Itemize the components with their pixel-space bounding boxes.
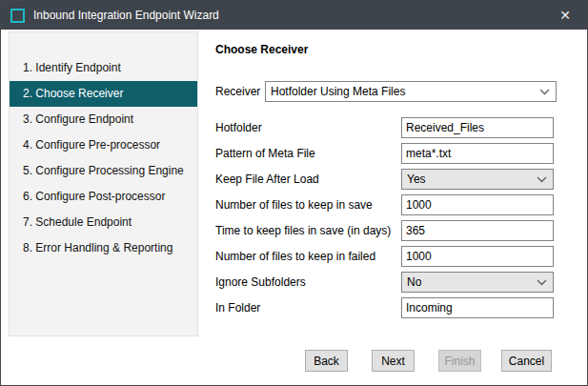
sidebar-item-configure-processing-engine[interactable]: 5. Configure Processing Engine [10,158,197,184]
window-title: Inbound Integration Endpoint Wizard [33,9,219,22]
receiver-select-value: Hotfolder Using Meta Files [271,85,405,98]
time-keep-save-input[interactable] [401,220,554,241]
next-button[interactable]: Next [372,350,415,372]
files-keep-save-input[interactable] [401,194,554,215]
in-folder-input[interactable] [401,297,554,318]
back-button[interactable]: Back [305,350,348,372]
hotfolder-label: Hotfolder [215,117,262,138]
close-icon[interactable]: ✕ [553,1,578,30]
chevron-down-icon [539,89,550,95]
files-keep-save-label: Number of files to keep in save [215,194,373,215]
chevron-down-icon [537,279,547,286]
receiver-select[interactable]: Hotfolder Using Meta Files [265,81,557,102]
receiver-label: Receiver [215,81,260,102]
sidebar-item-choose-receiver[interactable]: 2. Choose Receiver [10,81,197,107]
keep-file-after-load-label: Keep File After Load [215,169,319,190]
keep-file-after-load-select[interactable]: Yes [401,169,554,190]
sidebar-item-identify-endpoint[interactable]: 1. Identify Endpoint [10,55,197,81]
files-keep-failed-label: Number of files to keep in failed [215,246,375,267]
sidebar-item-configure-post-processor[interactable]: 6. Configure Post-processor [10,184,197,210]
hotfolder-input[interactable] [401,117,554,138]
titlebar: Inbound Integration Endpoint Wizard ✕ [1,1,587,30]
wizard-dialog: Inbound Integration Endpoint Wizard ✕ 1.… [0,0,588,386]
cancel-button[interactable]: Cancel [501,350,552,372]
ignore-subfolders-value: No [407,275,421,289]
ignore-subfolders-select[interactable]: No [401,272,554,293]
app-icon [10,9,25,23]
ignore-subfolders-label: Ignore Subfolders [215,272,306,293]
sidebar-item-configure-endpoint[interactable]: 3. Configure Endpoint [10,107,197,132]
sidebar-item-schedule-endpoint[interactable]: 7. Schedule Endpoint [10,210,197,235]
files-keep-failed-input[interactable] [401,246,554,267]
time-keep-save-label: Time to keep files in save (in days) [215,220,391,241]
in-folder-label: In Folder [215,297,260,318]
wizard-steps-sidebar: 1. Identify Endpoint 2. Choose Receiver … [9,31,198,336]
meta-pattern-label: Pattern of Meta File [215,143,315,164]
chevron-down-icon [537,176,547,183]
sidebar-item-configure-pre-processor[interactable]: 4. Configure Pre-processor [10,132,197,158]
sidebar-item-error-handling-reporting[interactable]: 8. Error Handling & Reporting [10,235,197,261]
page-title: Choose Receiver [215,43,308,56]
meta-pattern-input[interactable] [401,143,554,164]
finish-button: Finish [438,350,481,372]
keep-file-after-load-value: Yes [407,173,426,186]
